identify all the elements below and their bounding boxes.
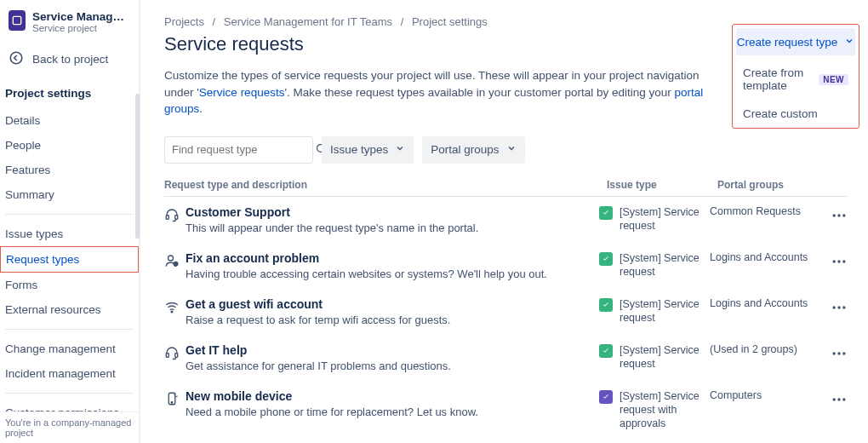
table-row: Get IT helpGet assistance for general IT… bbox=[164, 335, 848, 381]
col-description: Request type and description bbox=[164, 179, 607, 191]
service-requests-link[interactable]: Service requests bbox=[199, 86, 285, 99]
sidebar-item-people[interactable]: People bbox=[0, 133, 139, 158]
svg-rect-0 bbox=[13, 16, 20, 24]
user-alert-icon: ! bbox=[164, 251, 186, 268]
svg-point-7 bbox=[842, 214, 845, 216]
table-row: New mobile deviceNeed a mobile phone or … bbox=[164, 381, 848, 440]
more-icon bbox=[831, 299, 848, 319]
svg-point-24 bbox=[171, 401, 173, 403]
phone-icon bbox=[164, 389, 186, 406]
back-arrow-icon bbox=[9, 50, 24, 68]
svg-point-12 bbox=[837, 260, 840, 262]
portal-group-label: Computers bbox=[710, 389, 820, 401]
breadcrumb-settings[interactable]: Project settings bbox=[412, 15, 488, 28]
sidebar-item-summary[interactable]: Summary bbox=[0, 182, 139, 207]
svg-rect-19 bbox=[175, 353, 178, 357]
chevron-down-icon bbox=[844, 36, 854, 49]
menu-create-custom[interactable]: Create custom bbox=[733, 100, 859, 128]
search-request-type[interactable] bbox=[164, 136, 313, 164]
create-button-label: Create request type bbox=[737, 36, 838, 49]
table-row: Onboard new employeesRequest access for … bbox=[164, 439, 848, 443]
back-to-project-link[interactable]: Back to project bbox=[0, 45, 139, 82]
portal-group-label: Common Requests bbox=[710, 205, 820, 217]
svg-point-21 bbox=[837, 352, 840, 354]
svg-point-25 bbox=[833, 398, 836, 400]
col-portal-groups: Portal groups bbox=[717, 179, 828, 191]
back-label: Back to project bbox=[32, 53, 108, 66]
svg-point-1 bbox=[10, 52, 22, 64]
page-description: Customize the types of service requests … bbox=[164, 67, 709, 118]
menu-create-from-template[interactable]: Create from template NEW bbox=[733, 59, 859, 100]
more-icon bbox=[831, 253, 848, 273]
project-title: Service Management fo... bbox=[32, 10, 130, 23]
svg-point-27 bbox=[842, 398, 845, 400]
svg-point-15 bbox=[833, 306, 836, 308]
row-actions-button[interactable] bbox=[820, 343, 848, 365]
sidebar-item-change-management[interactable]: Change management bbox=[0, 337, 139, 361]
filter-issue-types[interactable]: Issue types bbox=[322, 136, 414, 164]
svg-point-26 bbox=[837, 398, 840, 400]
portal-group-label: Logins and Accounts bbox=[710, 251, 820, 263]
svg-point-22 bbox=[842, 352, 845, 354]
project-subtitle: Service project bbox=[32, 23, 130, 33]
issue-type-icon bbox=[599, 298, 613, 312]
sidebar-scrollbar[interactable] bbox=[135, 94, 140, 239]
table-row: Get a guest wifi accountRaise a request … bbox=[164, 289, 848, 335]
request-type-name[interactable]: New mobile device bbox=[186, 389, 599, 403]
table-header: Request type and description Issue type … bbox=[164, 174, 848, 197]
sidebar-item-issue-types[interactable]: Issue types bbox=[0, 222, 139, 246]
sidebar-item-request-types[interactable]: Request types bbox=[0, 246, 139, 273]
create-request-type-panel: Create request type Create from template… bbox=[732, 24, 859, 129]
issue-type-label: [System] Service request bbox=[620, 297, 710, 325]
sidebar-item-incident-management[interactable]: Incident management bbox=[0, 361, 139, 386]
request-type-description: Having trouble accessing certain website… bbox=[186, 268, 599, 280]
issue-type-icon bbox=[599, 390, 613, 404]
sidebar-item-customer-permissions[interactable]: Customer permissions bbox=[0, 400, 139, 411]
more-icon bbox=[831, 207, 848, 227]
headset-icon bbox=[164, 343, 186, 360]
request-type-description: Need a mobile phone or time for replacem… bbox=[186, 406, 599, 418]
headset-icon bbox=[164, 205, 186, 222]
svg-point-6 bbox=[837, 214, 840, 216]
svg-point-16 bbox=[837, 306, 840, 308]
breadcrumb-projects[interactable]: Projects bbox=[164, 15, 204, 28]
sidebar: Service Management fo... Service project… bbox=[0, 0, 140, 443]
request-type-name[interactable]: Get IT help bbox=[186, 343, 599, 357]
search-input[interactable] bbox=[172, 143, 315, 156]
sidebar-item-features[interactable]: Features bbox=[0, 158, 139, 182]
issue-type-icon bbox=[599, 252, 613, 266]
chevron-down-icon bbox=[395, 143, 405, 156]
request-type-description: Get assistance for general IT problems a… bbox=[186, 360, 599, 372]
col-issue-type: Issue type bbox=[607, 179, 717, 191]
more-icon bbox=[831, 345, 848, 365]
svg-point-13 bbox=[842, 260, 845, 262]
request-type-name[interactable]: Get a guest wifi account bbox=[186, 297, 599, 311]
sidebar-footer: You're in a company-managed project bbox=[0, 411, 139, 443]
table-row: Customer SupportThis will appear under t… bbox=[164, 197, 848, 243]
svg-rect-4 bbox=[175, 215, 178, 219]
sidebar-item-forms[interactable]: Forms bbox=[0, 273, 139, 297]
request-type-name[interactable]: Customer Support bbox=[186, 205, 599, 219]
svg-point-20 bbox=[833, 352, 836, 354]
svg-point-8 bbox=[168, 256, 174, 261]
portal-group-label: Logins and Accounts bbox=[710, 297, 820, 309]
more-icon bbox=[831, 391, 848, 411]
request-type-name[interactable]: Fix an account problem bbox=[186, 251, 599, 265]
wifi-icon bbox=[164, 297, 186, 314]
row-actions-button[interactable] bbox=[820, 297, 848, 319]
row-actions-button[interactable] bbox=[820, 205, 848, 227]
filter-portal-groups[interactable]: Portal groups bbox=[422, 136, 524, 164]
create-request-type-button[interactable]: Create request type bbox=[736, 28, 855, 55]
issue-type-label: [System] Service request bbox=[620, 343, 710, 371]
sidebar-item-details[interactable]: Details bbox=[0, 108, 139, 133]
svg-rect-3 bbox=[166, 215, 168, 219]
breadcrumb-project[interactable]: Service Management for IT Teams bbox=[224, 15, 392, 28]
row-actions-button[interactable] bbox=[820, 251, 848, 273]
sidebar-item-external-resources[interactable]: External resources bbox=[0, 297, 139, 322]
svg-point-14 bbox=[171, 311, 173, 313]
issue-type-label: [System] Service request bbox=[620, 251, 710, 279]
table-row: !Fix an account problemHaving trouble ac… bbox=[164, 243, 848, 289]
row-actions-button[interactable] bbox=[820, 389, 848, 411]
filters-bar: Issue types Portal groups bbox=[164, 136, 848, 164]
svg-point-11 bbox=[833, 260, 836, 262]
